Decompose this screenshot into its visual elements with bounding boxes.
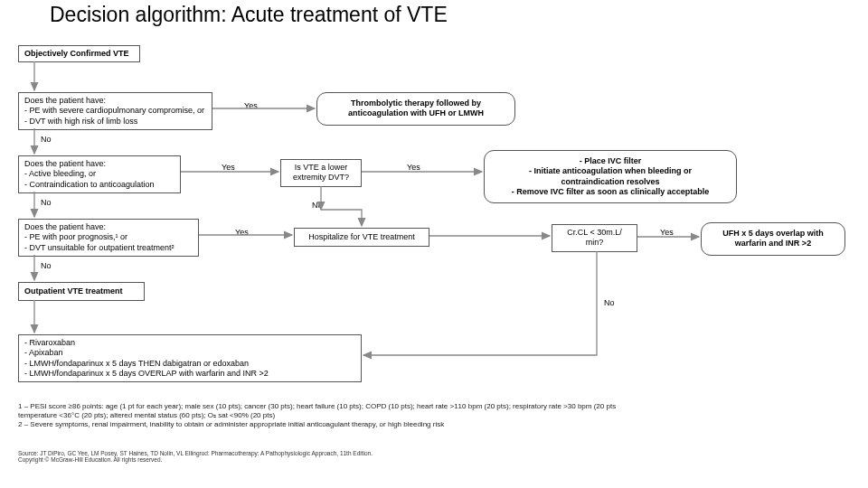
label-yes-4: Yes (235, 228, 249, 237)
label-no-5: No (604, 298, 615, 307)
label-no-3: No (312, 201, 323, 210)
node-outpatient: Outpatient VTE treatment (18, 282, 145, 301)
node-start: Objectively Confirmed VTE (18, 45, 140, 62)
node-crcl: Cr.CL < 30m.L/ min? (552, 224, 637, 252)
node-q1: Does the patient have: - PE with severe … (18, 92, 212, 130)
label-no-2: No (41, 198, 52, 207)
label-yes-1: Yes (244, 101, 258, 110)
label-yes-5: Yes (660, 228, 674, 237)
node-hospitalize: Hospitalize for VTE treatment (294, 228, 429, 247)
node-thrombolytic: Thrombolytic therapy followed by anticoa… (316, 92, 515, 126)
node-ufh: UFH x 5 days overlap with warfarin and I… (701, 222, 845, 256)
label-no-4: No (41, 261, 52, 270)
footnotes: 1 – PESI score ≥86 points: age (1 pt for… (18, 402, 859, 429)
label-yes-2: Yes (222, 163, 235, 172)
page-title: Decision algorithm: Acute treatment of V… (50, 3, 448, 27)
source-attribution: Source: JT DiPiro, GC Yee, LM Posey, ST … (18, 450, 859, 464)
node-ivc: - Place IVC filter - Initiate anticoagul… (484, 150, 737, 203)
node-lower-dvt: Is VTE a lower extremity DVT? (280, 159, 362, 187)
node-q2: Does the patient have: - Active bleeding… (18, 155, 181, 193)
node-regimens: - Rivaroxaban - Apixaban - LMWH/fondapar… (18, 334, 362, 382)
label-yes-3: Yes (407, 163, 420, 172)
label-no-1: No (41, 135, 52, 144)
node-q3: Does the patient have: - PE with poor pr… (18, 219, 199, 257)
